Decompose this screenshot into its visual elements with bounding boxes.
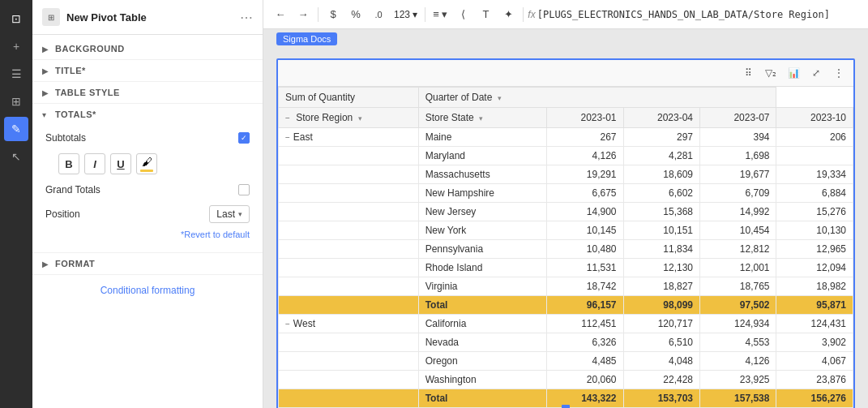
position-select[interactable]: Last ▾ [209,205,250,223]
redo-button[interactable]: → [293,4,314,25]
plus-icon[interactable]: + [4,34,28,58]
position-label: Position [45,208,80,220]
undo-button[interactable]: ← [270,4,291,25]
expand-button[interactable]: ⤢ [806,63,826,83]
background-chevron: ▶ [42,45,50,54]
value-cell: 23,925 [700,371,776,389]
left-sidebar: ⊡ + ☰ ⊞ ✎ ↖ [0,0,32,408]
toolbar-separator-2 [425,7,425,22]
format-label: FORMAT [55,259,95,268]
table-row: Rhode Island11,53112,13012,00112,094 [279,259,853,277]
totals-chevron: ▾ [42,110,50,119]
totals-content: Subtotals ✓ B I U 🖌 Grand Totals [32,122,263,253]
position-value: Last [216,208,235,220]
fx-label: fx [528,9,535,20]
sigma-badge[interactable]: Sigma Docs [276,32,337,45]
logo-icon[interactable]: ⊡ [4,6,28,31]
sum-of-quantity-header: Sum of Quantity [279,88,419,108]
font-size-selector[interactable]: 123 ▾ [391,9,421,20]
text-format-button[interactable]: T [475,4,496,25]
value-cell: 18,742 [547,277,623,296]
color-bar [140,170,153,172]
value-cell: 297 [623,128,699,147]
value-cell: 120,717 [623,315,699,333]
store-state-filter-icon[interactable]: ▾ [479,114,483,122]
value-cell: 12,094 [776,259,853,277]
value-cell: 6,602 [623,184,699,203]
store-region-cell [279,203,419,221]
value-cell: 18,982 [776,277,853,296]
value-cell: 23,876 [776,371,853,389]
store-region-cell: −East [279,128,419,147]
color-picker-button[interactable]: 🖌 [136,153,157,174]
background-section[interactable]: ▶ BACKGROUND [32,38,263,60]
panel-options-button[interactable]: ⋯ [240,10,253,25]
region-expand-icon[interactable]: − [285,133,290,142]
store-state-cell: New York [418,221,546,240]
chart-button[interactable]: 📊 [784,63,803,83]
store-state-cell: Rhode Island [418,259,546,277]
value-cell: 18,827 [623,277,699,296]
store-region-filter-icon[interactable]: ▾ [358,114,362,122]
paint-format-button[interactable]: ✦ [498,4,519,25]
decimal-button[interactable]: .0 [368,4,389,25]
format-section[interactable]: ▶ FORMAT [32,253,263,275]
subtotals-row: Subtotals ✓ [45,129,250,150]
resize-handle[interactable] [562,405,570,408]
store-region-cell [279,147,419,165]
title-section[interactable]: ▶ TITLE* [32,60,263,82]
grand-totals-checkbox[interactable] [238,184,250,195]
value-cell: 124,431 [776,315,853,333]
panel-title: New Pivot Table [66,11,233,24]
store-state-cell: Virginia [418,277,546,296]
table-style-section[interactable]: ▶ TABLE STYLE [32,82,263,104]
menu-icon[interactable]: ☰ [4,62,28,86]
value-cell: 112,451 [547,315,623,333]
value-cell: 19,334 [776,165,853,184]
revert-link[interactable]: *Revert to default [45,226,250,243]
store-region-expand-icon[interactable]: − [285,114,290,122]
pencil-icon[interactable]: ✎ [4,117,28,141]
filter-button[interactable]: ▽₂ [761,63,780,83]
conditional-formatting-link[interactable]: Conditional formatting [100,285,195,296]
value-cell: 12,001 [700,259,776,277]
region-expand-icon[interactable]: − [285,320,290,329]
wrap-button[interactable]: ⟨ [452,4,473,25]
grid-view-button[interactable]: ⠿ [738,63,758,83]
toolbar-separator-1 [318,7,319,22]
store-region-cell [279,277,419,296]
underline-button[interactable]: U [110,153,131,174]
percent-button[interactable]: % [345,4,366,25]
value-cell: 156,276 [776,389,853,408]
quarter-of-date-header: Quarter of Date ▾ [418,88,776,108]
dollar-button[interactable]: $ [323,4,344,25]
store-region-cell [279,184,419,203]
col-2023-07-header: 2023-07 [700,108,776,128]
italic-button[interactable]: I [84,153,105,174]
conditional-formatting-section: Conditional formatting [32,275,263,306]
value-cell: 4,126 [700,352,776,371]
grand-totals-row: Grand Totals [45,181,250,202]
format-icons-row: B I U 🖌 [45,150,250,181]
quarter-filter-icon[interactable]: ▾ [498,94,502,102]
background-label: BACKGROUND [55,44,125,54]
align-button[interactable]: ≡ ▾ [430,4,451,25]
table-row: −WestCalifornia112,451120,717124,934124,… [279,315,853,333]
store-state-cell: New Jersey [418,203,546,221]
table-container: Sigma Docs ⠿ ▽₂ 📊 ⤢ ⋮ Sum of Quantity [263,29,868,408]
more-options-button[interactable]: ⋮ [829,63,849,83]
store-state-cell: Washington [418,371,546,389]
store-region-cell [279,333,419,352]
subtotals-checkbox[interactable]: ✓ [238,132,250,144]
table-row: Nevada6,3266,5104,5533,902 [279,333,853,352]
table-row: Massachusetts19,29118,60919,67719,334 [279,165,853,184]
totals-header[interactable]: ▾ TOTALS* [32,104,263,122]
value-cell: 6,709 [700,184,776,203]
bold-button[interactable]: B [58,153,79,174]
value-cell: 10,480 [547,240,623,259]
config-panel: ⊞ New Pivot Table ⋯ ▶ BACKGROUND ▶ TITLE… [32,0,263,408]
store-state-cell: New Hampshire [418,184,546,203]
grid-icon[interactable]: ⊞ [4,89,28,114]
store-region-cell [279,259,419,277]
cursor-icon[interactable]: ↖ [4,144,28,169]
